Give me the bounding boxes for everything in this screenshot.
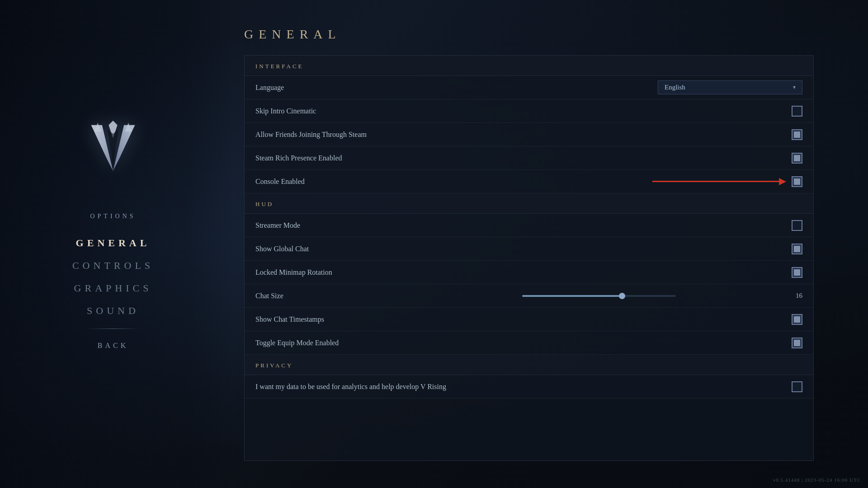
section-header-hud: HUD	[245, 193, 813, 214]
checkbox-minimap-rotation[interactable]	[792, 267, 802, 278]
setting-row-toggle-equip: Toggle Equip Mode Enabled	[245, 331, 813, 355]
checkbox-chat-timestamps[interactable]	[792, 314, 802, 325]
setting-row-language: Language English ▾	[245, 76, 813, 99]
setting-label-steam-rich: Steam Rich Presence Enabled	[255, 154, 792, 162]
checkbox-steam-rich[interactable]	[792, 153, 802, 164]
setting-label-global-chat: Show Global Chat	[255, 245, 792, 253]
section-header-interface: INTERFACE	[245, 56, 813, 76]
setting-label-language: Language	[255, 84, 658, 92]
settings-panel[interactable]: INTERFACE Language English ▾ Skip Intro …	[244, 55, 814, 461]
checkbox-skip-intro[interactable]	[792, 106, 802, 117]
setting-row-streamer-mode: Streamer Mode	[245, 214, 813, 237]
setting-row-allow-friends: Allow Friends Joining Through Steam	[245, 123, 813, 146]
nav-menu: GENERAL CONTROLS GRAPHICS SOUND BACK	[0, 234, 226, 350]
checkbox-console-enabled[interactable]	[792, 176, 802, 187]
checkbox-analytics[interactable]	[792, 381, 802, 392]
setting-label-streamer-mode: Streamer Mode	[255, 221, 792, 230]
options-title: OPTIONS	[90, 213, 136, 220]
language-dropdown[interactable]: English ▾	[658, 80, 802, 94]
setting-label-analytics: I want my data to be used for analytics …	[255, 383, 792, 391]
nav-item-controls[interactable]: CONTROLS	[54, 256, 172, 275]
nav-divider	[86, 328, 140, 329]
arrow-head-icon	[779, 178, 786, 185]
nav-back-button[interactable]: BACK	[98, 342, 128, 350]
setting-label-chat-timestamps: Show Chat Timestamps	[255, 315, 792, 324]
chat-size-slider-thumb[interactable]	[619, 293, 625, 299]
chat-size-slider-track[interactable]	[522, 295, 676, 297]
dropdown-arrow-icon: ▾	[793, 84, 796, 91]
main-layout: OPTIONS GENERAL CONTROLS GRAPHICS SOUND …	[0, 0, 868, 488]
sidebar: OPTIONS GENERAL CONTROLS GRAPHICS SOUND …	[0, 0, 226, 488]
setting-row-global-chat: Show Global Chat	[245, 237, 813, 261]
setting-row-analytics: I want my data to be used for analytics …	[245, 375, 813, 399]
setting-row-skip-intro: Skip Intro Cinematic	[245, 99, 813, 123]
nav-item-sound[interactable]: SOUND	[69, 301, 157, 320]
setting-label-skip-intro: Skip Intro Cinematic	[255, 107, 792, 115]
setting-label-allow-friends: Allow Friends Joining Through Steam	[255, 131, 792, 139]
page-title: GENERAL	[244, 27, 814, 42]
setting-label-chat-size: Chat Size	[255, 292, 522, 300]
chat-size-value: 16	[789, 292, 802, 300]
setting-row-chat-timestamps: Show Chat Timestamps	[245, 308, 813, 331]
chat-size-slider-fill	[522, 295, 622, 297]
chat-size-slider-container	[522, 295, 789, 297]
logo	[84, 121, 142, 195]
arrow-annotation	[652, 178, 786, 185]
main-content: GENERAL INTERFACE Language English ▾ Ski…	[226, 0, 868, 488]
setting-row-console-enabled: Console Enabled	[245, 170, 813, 193]
arrow-line	[652, 181, 779, 182]
section-header-privacy: PRIVACY	[245, 355, 813, 375]
checkbox-global-chat[interactable]	[792, 244, 802, 254]
nav-item-general[interactable]: GENERAL	[58, 234, 169, 253]
setting-label-toggle-equip: Toggle Equip Mode Enabled	[255, 339, 792, 347]
setting-label-minimap-rotation: Locked Minimap Rotation	[255, 268, 792, 277]
checkbox-toggle-equip[interactable]	[792, 338, 802, 348]
setting-row-steam-rich: Steam Rich Presence Enabled	[245, 146, 813, 170]
nav-item-graphics[interactable]: GRAPHICS	[56, 279, 170, 298]
checkbox-allow-friends[interactable]	[792, 129, 802, 140]
language-value: English	[665, 84, 685, 91]
checkbox-streamer-mode[interactable]	[792, 220, 802, 231]
setting-row-chat-size: Chat Size 16	[245, 284, 813, 308]
setting-row-minimap-rotation: Locked Minimap Rotation	[245, 261, 813, 284]
